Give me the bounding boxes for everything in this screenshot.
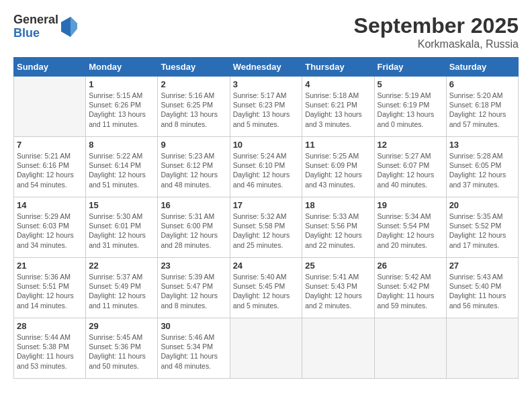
day-number: 9 — [161, 140, 226, 150]
calendar-cell: 12Sunrise: 5:27 AM Sunset: 6:07 PM Dayli… — [374, 137, 446, 197]
day-info: Sunrise: 5:40 AM Sunset: 5:45 PM Dayligh… — [233, 272, 300, 310]
calendar-cell: 27Sunrise: 5:43 AM Sunset: 5:40 PM Dayli… — [446, 258, 518, 318]
day-info: Sunrise: 5:33 AM Sunset: 5:56 PM Dayligh… — [305, 212, 371, 250]
day-info: Sunrise: 5:16 AM Sunset: 6:25 PM Dayligh… — [161, 91, 226, 129]
calendar-cell: 25Sunrise: 5:41 AM Sunset: 5:43 PM Dayli… — [302, 258, 374, 318]
logo-blue: Blue — [13, 27, 58, 40]
calendar-cell — [302, 318, 374, 379]
day-number: 2 — [161, 79, 226, 89]
logo-text: General Blue — [13, 13, 58, 40]
day-number: 26 — [378, 261, 443, 271]
day-info: Sunrise: 5:29 AM Sunset: 6:03 PM Dayligh… — [17, 212, 83, 250]
day-number: 10 — [233, 140, 300, 150]
day-number: 6 — [449, 79, 515, 89]
day-info: Sunrise: 5:18 AM Sunset: 6:21 PM Dayligh… — [305, 91, 371, 129]
day-number: 19 — [378, 200, 443, 210]
calendar-cell: 24Sunrise: 5:40 AM Sunset: 5:45 PM Dayli… — [230, 258, 302, 318]
calendar-cell: 11Sunrise: 5:25 AM Sunset: 6:09 PM Dayli… — [302, 137, 374, 197]
day-number: 12 — [378, 140, 443, 150]
calendar-cell: 29Sunrise: 5:45 AM Sunset: 5:36 PM Dayli… — [86, 318, 158, 379]
calendar-cell: 20Sunrise: 5:35 AM Sunset: 5:52 PM Dayli… — [446, 197, 518, 258]
logo-general: General — [13, 13, 58, 27]
calendar-cell: 3Sunrise: 5:17 AM Sunset: 6:23 PM Daylig… — [230, 77, 302, 137]
day-info: Sunrise: 5:39 AM Sunset: 5:47 PM Dayligh… — [161, 272, 226, 310]
day-info: Sunrise: 5:19 AM Sunset: 6:19 PM Dayligh… — [378, 91, 443, 129]
calendar-cell: 7Sunrise: 5:21 AM Sunset: 6:16 PM Daylig… — [14, 137, 86, 197]
day-info: Sunrise: 5:32 AM Sunset: 5:58 PM Dayligh… — [233, 212, 300, 250]
logo-icon — [61, 17, 77, 37]
day-number: 7 — [17, 140, 83, 150]
day-number: 1 — [89, 79, 154, 89]
day-number: 17 — [233, 200, 300, 210]
calendar-table: SundayMondayTuesdayWednesdayThursdayFrid… — [13, 57, 519, 379]
day-number: 23 — [161, 261, 226, 271]
calendar-cell: 1Sunrise: 5:15 AM Sunset: 6:26 PM Daylig… — [86, 77, 158, 137]
day-number: 25 — [305, 261, 371, 271]
calendar-cell: 8Sunrise: 5:22 AM Sunset: 6:14 PM Daylig… — [86, 137, 158, 197]
calendar-week-row: 1Sunrise: 5:15 AM Sunset: 6:26 PM Daylig… — [14, 77, 519, 137]
day-info: Sunrise: 5:31 AM Sunset: 6:00 PM Dayligh… — [161, 212, 226, 250]
day-number: 16 — [161, 200, 226, 210]
calendar-week-row: 21Sunrise: 5:36 AM Sunset: 5:51 PM Dayli… — [14, 258, 519, 318]
day-info: Sunrise: 5:46 AM Sunset: 5:34 PM Dayligh… — [161, 332, 226, 371]
weekday-header: Friday — [374, 58, 446, 77]
day-info: Sunrise: 5:36 AM Sunset: 5:51 PM Dayligh… — [17, 272, 83, 310]
calendar-cell: 4Sunrise: 5:18 AM Sunset: 6:21 PM Daylig… — [302, 77, 374, 137]
calendar-cell — [446, 318, 518, 379]
calendar-cell: 10Sunrise: 5:24 AM Sunset: 6:10 PM Dayli… — [230, 137, 302, 197]
day-number: 13 — [449, 140, 515, 150]
day-info: Sunrise: 5:20 AM Sunset: 6:18 PM Dayligh… — [449, 91, 515, 129]
day-number: 4 — [305, 79, 371, 89]
day-number: 3 — [233, 79, 300, 89]
day-info: Sunrise: 5:35 AM Sunset: 5:52 PM Dayligh… — [449, 212, 515, 250]
day-number: 20 — [449, 200, 515, 210]
day-number: 8 — [89, 140, 154, 150]
page-header: General Blue September 2025 Korkmaskala,… — [13, 13, 519, 50]
calendar-cell: 18Sunrise: 5:33 AM Sunset: 5:56 PM Dayli… — [302, 197, 374, 258]
svg-marker-1 — [71, 17, 77, 37]
day-info: Sunrise: 5:30 AM Sunset: 6:01 PM Dayligh… — [89, 212, 154, 250]
day-info: Sunrise: 5:43 AM Sunset: 5:40 PM Dayligh… — [449, 272, 515, 310]
calendar-cell: 28Sunrise: 5:44 AM Sunset: 5:38 PM Dayli… — [14, 318, 86, 379]
day-info: Sunrise: 5:27 AM Sunset: 6:07 PM Dayligh… — [378, 151, 443, 189]
day-number: 11 — [305, 140, 371, 150]
day-number: 28 — [17, 321, 83, 331]
calendar-cell: 19Sunrise: 5:34 AM Sunset: 5:54 PM Dayli… — [374, 197, 446, 258]
day-info: Sunrise: 5:15 AM Sunset: 6:26 PM Dayligh… — [89, 91, 154, 129]
weekday-header: Tuesday — [158, 58, 230, 77]
day-info: Sunrise: 5:25 AM Sunset: 6:09 PM Dayligh… — [305, 151, 371, 189]
day-info: Sunrise: 5:22 AM Sunset: 6:14 PM Dayligh… — [89, 151, 154, 189]
calendar-cell: 14Sunrise: 5:29 AM Sunset: 6:03 PM Dayli… — [14, 197, 86, 258]
day-info: Sunrise: 5:34 AM Sunset: 5:54 PM Dayligh… — [378, 212, 443, 250]
weekday-header: Thursday — [302, 58, 374, 77]
day-number: 18 — [305, 200, 371, 210]
weekday-header: Wednesday — [230, 58, 302, 77]
calendar-cell: 15Sunrise: 5:30 AM Sunset: 6:01 PM Dayli… — [86, 197, 158, 258]
month-title: September 2025 — [354, 13, 519, 38]
day-number: 22 — [89, 261, 154, 271]
calendar-cell: 17Sunrise: 5:32 AM Sunset: 5:58 PM Dayli… — [230, 197, 302, 258]
day-info: Sunrise: 5:21 AM Sunset: 6:16 PM Dayligh… — [17, 151, 83, 189]
day-info: Sunrise: 5:44 AM Sunset: 5:38 PM Dayligh… — [17, 332, 83, 371]
calendar-cell — [230, 318, 302, 379]
day-info: Sunrise: 5:23 AM Sunset: 6:12 PM Dayligh… — [161, 151, 226, 189]
day-number: 30 — [161, 321, 226, 331]
weekday-header: Monday — [86, 58, 158, 77]
calendar-week-row: 14Sunrise: 5:29 AM Sunset: 6:03 PM Dayli… — [14, 197, 519, 258]
day-number: 5 — [378, 79, 443, 89]
calendar-cell: 2Sunrise: 5:16 AM Sunset: 6:25 PM Daylig… — [158, 77, 230, 137]
calendar-cell — [14, 77, 86, 137]
location: Korkmaskala, Russia — [354, 38, 519, 50]
calendar-cell: 21Sunrise: 5:36 AM Sunset: 5:51 PM Dayli… — [14, 258, 86, 318]
day-info: Sunrise: 5:45 AM Sunset: 5:36 PM Dayligh… — [89, 332, 154, 371]
weekday-header: Saturday — [446, 58, 518, 77]
calendar-week-row: 7Sunrise: 5:21 AM Sunset: 6:16 PM Daylig… — [14, 137, 519, 197]
day-number: 14 — [17, 200, 83, 210]
day-number: 21 — [17, 261, 83, 271]
day-number: 15 — [89, 200, 154, 210]
weekday-header: Sunday — [14, 58, 86, 77]
calendar-cell: 23Sunrise: 5:39 AM Sunset: 5:47 PM Dayli… — [158, 258, 230, 318]
day-number: 27 — [449, 261, 515, 271]
day-info: Sunrise: 5:28 AM Sunset: 6:05 PM Dayligh… — [449, 151, 515, 189]
day-info: Sunrise: 5:24 AM Sunset: 6:10 PM Dayligh… — [233, 151, 300, 189]
